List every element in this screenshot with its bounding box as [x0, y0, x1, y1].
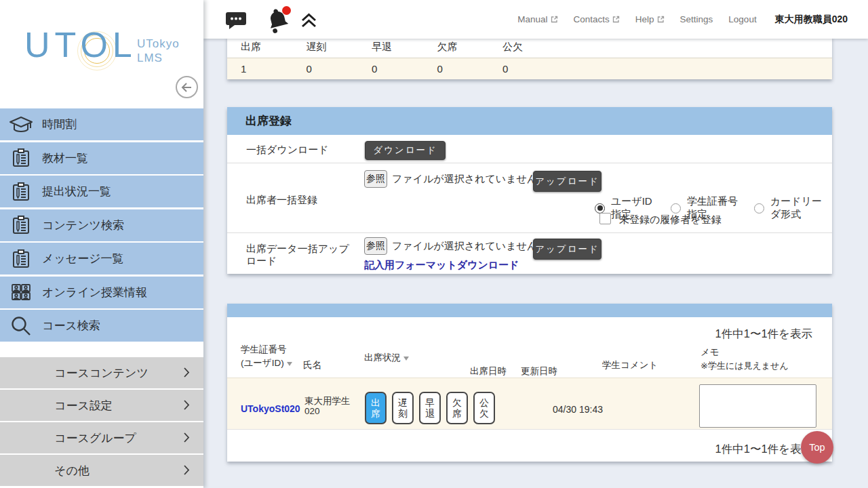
online-class-icon: [0, 283, 42, 302]
status-button-excused[interactable]: 公欠: [473, 392, 495, 424]
upload-button[interactable]: アップロード: [533, 239, 601, 260]
radio-student-number[interactable]: [671, 203, 681, 214]
sidebar-item-course-group[interactable]: コースグループ: [0, 422, 203, 453]
no-file-selected-text: ファイルが選択されていません。: [392, 173, 547, 186]
divider: [227, 163, 832, 163]
arrow-left-icon: [181, 83, 193, 92]
radio-label: カードリーダ形式: [770, 195, 832, 221]
header-nav-links: Manual Contacts Help Settings Logout 東大用…: [517, 0, 848, 39]
settings-link[interactable]: Settings: [680, 14, 713, 24]
sort-icon[interactable]: [403, 357, 409, 361]
status-button-early[interactable]: 早退: [419, 392, 441, 424]
summary-col-early: 早退: [358, 41, 424, 54]
sidebar-item-label: その他: [54, 463, 90, 479]
logout-link[interactable]: Logout: [728, 14, 756, 24]
summary-col-late: 遅刻: [293, 41, 359, 54]
browse-file-button[interactable]: 参照: [364, 237, 387, 255]
notification-badge: [282, 6, 291, 15]
sort-icon[interactable]: [287, 362, 292, 366]
chevron-right-icon: [183, 464, 190, 476]
sidebar-course-menu: コースコンテンツ コース設定 コースグループ その他: [0, 357, 203, 487]
student-id-link[interactable]: UTokyoSt020: [241, 403, 300, 414]
register-unenrolled-checkbox[interactable]: [599, 213, 611, 224]
chevron-right-icon: [183, 367, 190, 378]
sidebar-item-label: 時間割: [42, 117, 77, 132]
column-student-comment: 学生コメント: [602, 359, 658, 372]
divider: [227, 232, 832, 233]
column-status[interactable]: 出席状況: [364, 351, 409, 365]
manual-link[interactable]: Manual: [517, 14, 557, 24]
records-footer-row: 1件中1〜1件を表示: [227, 429, 832, 462]
record-count-top: 1件中1〜1件を表示: [715, 327, 812, 342]
column-attend-time: 出席日時: [470, 365, 507, 378]
no-file-selected-text: ファイルが選択されていません。: [392, 240, 547, 253]
sidebar-item-label: メッセージ一覧: [42, 251, 124, 266]
summary-col-absent: 欠席: [424, 41, 490, 54]
clipboard-pencil-icon: [0, 148, 42, 168]
column-update-time: 更新日時: [521, 365, 557, 378]
sidebar-main-menu: 時間割 教材一覧 提出状況一覧 コンテンツ検索 メッセージ一覧: [0, 108, 203, 344]
download-button[interactable]: ダウンロード: [365, 141, 446, 160]
radio-card-reader[interactable]: [754, 203, 764, 214]
notification-bell-icon[interactable]: [266, 7, 290, 33]
status-button-absent[interactable]: 欠席: [446, 392, 468, 424]
sidebar-item-course-search[interactable]: コース検索: [0, 310, 203, 342]
attendance-registration-section: 出席登録 一括ダウンロード ダウンロード 出席者一括登録 参照 ファイルが選択さ…: [227, 107, 832, 274]
checkbox-label: 未登録の履修者を登録: [619, 214, 722, 226]
section-title: 出席登録: [227, 107, 832, 135]
status-button-attend[interactable]: 出席: [365, 392, 387, 424]
upload-button[interactable]: アップロード: [533, 171, 601, 192]
chevron-right-icon: [183, 399, 190, 411]
record-count-bottom: 1件中1〜1件を表示: [715, 442, 812, 457]
summary-col-attend: 出席: [227, 41, 293, 54]
attend-time-value: 04/30 19:43: [553, 404, 603, 415]
summary-value: 1: [227, 63, 293, 75]
memo-textarea[interactable]: [699, 384, 816, 428]
summary-value: 0: [358, 63, 424, 75]
summary-value: 0: [293, 63, 359, 75]
search-icon: [0, 315, 42, 337]
sidebar-item-label: コースグループ: [54, 430, 136, 446]
summary-header-row: 出席 遅刻 早退 欠席 公欠: [227, 36, 832, 58]
collapse-header-icon[interactable]: [300, 13, 317, 28]
sidebar-item-label: 教材一覧: [42, 150, 88, 166]
sidebar-item-messages[interactable]: メッセージ一覧: [0, 243, 203, 274]
column-name: 氏名: [303, 359, 321, 372]
help-link[interactable]: Help: [635, 14, 665, 24]
status-button-late[interactable]: 遅刻: [392, 392, 414, 424]
top-header-bar: Manual Contacts Help Settings Logout 東大用…: [203, 0, 868, 39]
contacts-link[interactable]: Contacts: [574, 14, 620, 24]
format-download-link[interactable]: 記入用フォーマットダウンロード: [364, 259, 519, 272]
browse-file-button[interactable]: 参照: [364, 170, 387, 188]
external-link-icon: [551, 16, 558, 23]
clipboard-pencil-icon: [0, 249, 42, 269]
external-link-icon: [612, 16, 620, 23]
sidebar-item-timetable[interactable]: 時間割: [0, 108, 203, 140]
external-link-icon: [657, 16, 665, 23]
sidebar-item-course-contents[interactable]: コースコンテンツ: [0, 357, 203, 388]
column-student-id[interactable]: 学生証番号 (ユーザID): [241, 343, 292, 370]
chevron-right-icon: [183, 432, 190, 443]
sidebar-item-course-settings[interactable]: コース設定: [0, 390, 203, 421]
summary-value: 0: [489, 63, 555, 75]
chat-icon[interactable]: [226, 12, 246, 30]
mortarboard-icon: [0, 116, 42, 134]
data-bulk-upload-label: 出席データ一括アップロード: [246, 243, 351, 267]
sidebar-item-materials[interactable]: 教材一覧: [0, 142, 203, 174]
bulk-download-label: 一括ダウンロード: [246, 144, 329, 157]
sidebar: UTOL UTokyo LMS 時間割 教材一覧 提出状況一覧: [0, 0, 203, 488]
scroll-to-top-button[interactable]: Top: [801, 431, 833, 464]
radio-user-id[interactable]: [595, 203, 605, 214]
summary-value: 0: [424, 63, 490, 75]
sidebar-collapse-button[interactable]: [176, 76, 198, 98]
sidebar-item-label: コース検索: [42, 318, 100, 333]
sidebar-item-content-search[interactable]: コンテンツ検索: [0, 209, 203, 241]
sidebar-item-submissions[interactable]: 提出状況一覧: [0, 176, 203, 207]
attendee-bulk-label: 出席者一括登録: [246, 194, 317, 207]
utol-logo: UTOL UTokyo LMS: [24, 26, 187, 75]
clipboard-pencil-icon: [0, 215, 42, 235]
sidebar-item-label: 提出状況一覧: [42, 184, 111, 199]
sidebar-item-online-class[interactable]: オンライン授業情報: [0, 277, 203, 308]
clipboard-pencil-icon: [0, 182, 42, 202]
sidebar-item-others[interactable]: その他: [0, 455, 203, 486]
